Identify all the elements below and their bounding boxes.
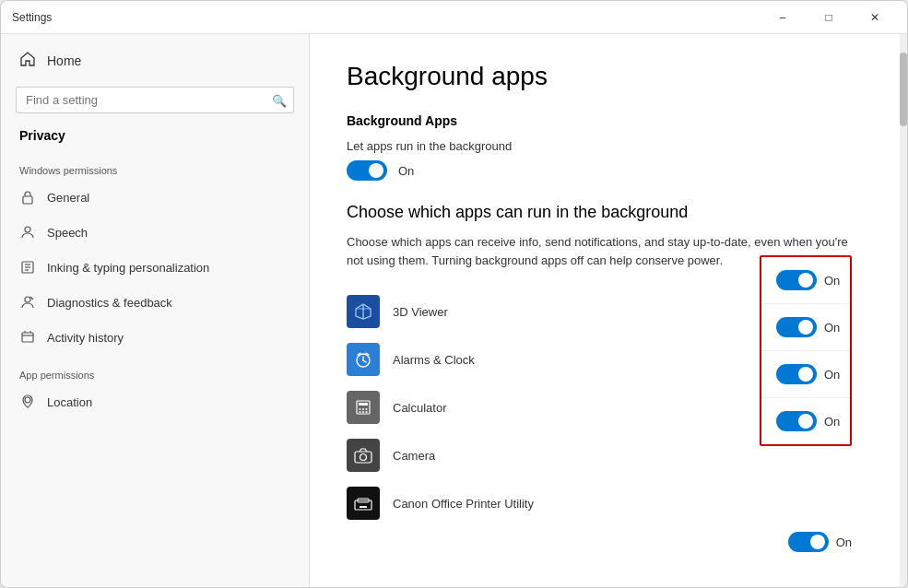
sidebar-item-speech-label: Speech [47, 226, 88, 240]
global-toggle-row: On [347, 160, 870, 181]
app-name-3dviewer: 3D Viewer [393, 305, 559, 319]
toggle-state-calculator: On [824, 368, 840, 382]
sidebar-item-location[interactable]: Location [1, 384, 309, 419]
svg-rect-7 [22, 333, 33, 342]
app-name-camera: Camera [393, 449, 559, 463]
search-icon: 🔍 [272, 93, 287, 107]
app-icon-canon [347, 487, 380, 520]
section-title: Background Apps [347, 113, 870, 128]
toggle-cell-camera: On [761, 397, 850, 444]
toggle-state-alarms: On [824, 321, 840, 335]
toggle-cell-calculator: On [761, 350, 850, 397]
svg-point-27 [360, 454, 367, 461]
svg-rect-0 [23, 196, 32, 204]
sidebar-item-inking-label: Inking & typing personalization [47, 261, 209, 275]
svg-point-21 [362, 408, 364, 410]
minimize-button[interactable]: – [761, 5, 804, 30]
svg-line-17 [363, 360, 366, 362]
svg-point-1 [25, 227, 30, 232]
title-bar: Settings – □ ✕ [1, 1, 907, 34]
toggle-alarms[interactable] [776, 317, 817, 337]
sidebar-item-activity-label: Activity history [47, 331, 124, 345]
svg-point-25 [366, 411, 368, 413]
location-icon [19, 394, 36, 410]
sidebar: Home 🔍 Privacy Windows permissions G [1, 34, 310, 587]
pen-icon [19, 259, 36, 276]
sidebar-section-windows-permissions: Windows permissions [1, 150, 309, 180]
sidebar-item-diagnostics-label: Diagnostics & feedback [47, 296, 172, 310]
page-title: Background apps [347, 62, 870, 91]
app-icon-calculator [347, 391, 380, 424]
lock-icon [19, 189, 36, 206]
toggle-cell-alarms: On [761, 303, 850, 350]
sidebar-item-home[interactable]: Home [1, 41, 309, 79]
home-icon [19, 51, 36, 70]
toggle-3dviewer[interactable] [776, 270, 817, 290]
sidebar-active-section: Privacy [1, 121, 309, 150]
app-name-calculator: Calculator [393, 401, 559, 415]
sidebar-section-app-permissions: App permissions [1, 355, 309, 384]
svg-point-6 [25, 297, 30, 302]
app-name-alarms: Alarms & Clock [393, 353, 559, 367]
toggle-row-canon: On [788, 532, 852, 552]
svg-rect-26 [355, 452, 371, 463]
svg-point-20 [360, 408, 361, 410]
global-toggle-state: On [398, 164, 414, 178]
toggle-calculator[interactable] [776, 364, 817, 384]
global-toggle-label: Let apps run in the background [347, 139, 870, 153]
svg-point-24 [362, 411, 364, 413]
window-controls: – □ ✕ [761, 5, 896, 30]
scrollbar-track[interactable] [900, 34, 907, 587]
activity-icon [19, 329, 36, 346]
sidebar-item-inking[interactable]: Inking & typing personalization [1, 250, 309, 285]
sidebar-item-diagnostics[interactable]: Diagnostics & feedback [1, 285, 309, 320]
toggle-cell-3dviewer: On [761, 257, 850, 303]
svg-point-23 [360, 411, 361, 413]
person-icon [19, 224, 36, 241]
app-icon-alarms [347, 343, 380, 376]
svg-rect-30 [360, 506, 367, 508]
sidebar-home-label: Home [47, 53, 81, 68]
app-icon-camera [347, 439, 380, 472]
svg-point-22 [366, 408, 368, 410]
sidebar-item-activity[interactable]: Activity history [1, 320, 309, 355]
settings-window: Settings – □ ✕ Home 🔍 [0, 0, 908, 588]
search-input[interactable] [16, 87, 294, 113]
toggle-camera[interactable] [776, 411, 817, 431]
global-toggle[interactable] [347, 160, 387, 181]
sidebar-search-container: 🔍 [16, 87, 294, 113]
sidebar-item-location-label: Location [47, 395, 92, 409]
app-icon-3dviewer [347, 295, 380, 328]
highlighted-toggle-box: On On [760, 255, 852, 446]
toggle-canon[interactable] [788, 532, 829, 552]
diagnostics-icon [19, 294, 36, 311]
svg-rect-19 [359, 403, 368, 406]
close-button[interactable]: ✕ [854, 5, 896, 30]
window-title: Settings [12, 11, 52, 24]
maximize-button[interactable]: □ [808, 5, 850, 30]
sidebar-item-general[interactable]: General [1, 180, 309, 215]
sidebar-item-general-label: General [47, 191, 89, 205]
toggle-state-3dviewer: On [824, 274, 840, 288]
sidebar-item-speech[interactable]: Speech [1, 215, 309, 250]
subsection-title: Choose which apps can run in the backgro… [347, 203, 870, 222]
main-content: Background apps Background Apps Let apps… [310, 34, 907, 587]
toggle-state-canon: On [836, 535, 852, 549]
app-name-canon: Canon Office Printer Utility [393, 497, 559, 511]
svg-point-11 [25, 397, 30, 403]
scrollbar-thumb[interactable] [900, 53, 907, 126]
window-content: Home 🔍 Privacy Windows permissions G [1, 34, 907, 587]
toggle-state-camera: On [824, 415, 840, 429]
app-row-canon: Canon Office Printer Utility [347, 479, 870, 527]
